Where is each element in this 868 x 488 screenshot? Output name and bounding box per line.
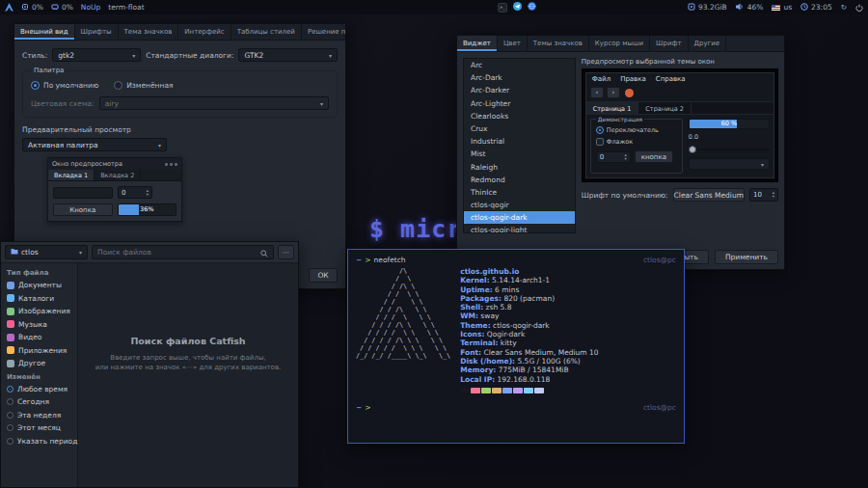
updates-indicator[interactable]: NoUp xyxy=(81,3,100,12)
tab-troubleshooting[interactable]: Решение проблем xyxy=(302,24,346,40)
demo-button[interactable]: кнопка xyxy=(635,150,673,163)
theme-preview-panel: Предпросмотр выбранной темы окон Файл Пр… xyxy=(582,58,778,233)
search-field[interactable] xyxy=(92,245,274,259)
forward-button[interactable]: › xyxy=(607,87,620,98)
theme-list-item[interactable]: Arc-Lighter xyxy=(464,97,575,110)
filter-documents[interactable]: Документы xyxy=(1,279,77,292)
tab-icon-themes[interactable]: Темы значков xyxy=(528,36,589,51)
neofetch-info: ctlos.github.io Kernel: 5.14.14-arch1-1 … xyxy=(460,267,598,393)
demo-progressbar: 60 % xyxy=(689,119,770,129)
theme-list-item[interactable]: Redmond xyxy=(464,174,575,186)
style-combo[interactable]: gtk2 ▾ xyxy=(52,48,141,62)
theme-list-item[interactable]: ThinIce xyxy=(464,186,575,199)
terminal-window[interactable]: ~>neofetch ctlos@pc /\ / \ / /\ \ / / \ … xyxy=(347,249,685,444)
menu-file[interactable]: Файл xyxy=(592,75,610,83)
spin-arrows-icon: ▴▾ xyxy=(770,191,774,199)
theme-list-item[interactable]: Raleigh xyxy=(464,161,575,174)
color-scheme-combo[interactable]: airy ▾ xyxy=(99,96,329,110)
hint-line-1: Введите запрос выше, чтобы найти файлы, xyxy=(95,353,282,363)
demo-combobox[interactable]: ▾ xyxy=(689,158,770,170)
page-tab-2[interactable]: Страница 2 xyxy=(638,102,692,114)
palette-custom-label: Изменённая xyxy=(126,81,173,90)
ok-button[interactable]: ОК xyxy=(309,268,338,283)
demo-checkbox-row[interactable]: Флажок xyxy=(596,138,677,146)
tab-other[interactable]: Другие xyxy=(689,36,727,51)
theme-list-item-selected[interactable]: ctlos-qogir-dark xyxy=(464,211,575,224)
palette-custom-radio[interactable]: Изменённая xyxy=(114,81,173,90)
modified-this-week[interactable]: Эта неделя xyxy=(1,409,77,422)
preview-spinbox[interactable]: 0 ▴▾ xyxy=(118,186,152,199)
preview-demo-window: Файл Правка Справка ‹ › Страница 1 Стран… xyxy=(585,72,774,178)
arch-logo-icon[interactable] xyxy=(5,3,14,12)
preview-button[interactable]: Кнопка xyxy=(53,203,113,216)
modified-this-month[interactable]: Этот месяц xyxy=(1,421,77,435)
tab-color[interactable]: Цвет xyxy=(498,36,528,51)
tab-appearance[interactable]: Внешний вид xyxy=(14,24,75,40)
tab-interface[interactable]: Интерфейс xyxy=(178,24,231,40)
filter-videos[interactable]: Видео xyxy=(1,331,77,344)
filter-images[interactable]: Изображения xyxy=(1,305,77,318)
other-icon xyxy=(7,360,14,367)
theme-list-item[interactable]: Arc-Darker xyxy=(464,84,575,96)
modified-custom-period[interactable]: Указать период xyxy=(1,435,77,448)
modified-today[interactable]: Сегодня xyxy=(1,395,77,409)
palette-default-radio[interactable]: По умолчанию xyxy=(31,81,98,90)
tab-stylesheets[interactable]: Таблицы стилей xyxy=(231,24,302,40)
terminal-tray-icon[interactable]: >_ xyxy=(498,3,507,13)
more-options-button[interactable]: ⋯ xyxy=(278,245,294,259)
clock-icon xyxy=(800,3,808,13)
filter-music[interactable]: Музыка xyxy=(1,318,77,332)
back-button[interactable]: ‹ xyxy=(590,87,604,98)
demo-radio-row[interactable]: Переключатель xyxy=(596,126,677,134)
standard-dialogs-combo[interactable]: GTK2 ▾ xyxy=(238,48,338,62)
location-combo[interactable]: ctlos ▾ xyxy=(5,245,88,259)
memory-indicator: 0% xyxy=(51,3,73,13)
slider-handle[interactable] xyxy=(689,146,696,153)
catfish-results-area: Поиск файлов Catfish Введите запрос выше… xyxy=(78,263,298,488)
font-select-button[interactable]: Clear Sans Medium xyxy=(673,188,745,202)
active-palette-combo[interactable]: Активная палитра ▾ xyxy=(22,138,167,151)
demo-spinbox[interactable]: 0 ▴▾ xyxy=(596,151,631,163)
preview-tab-2[interactable]: Вкладка 2 xyxy=(95,170,141,180)
apply-button[interactable]: Применить xyxy=(715,250,778,264)
preview-tab-1[interactable]: Вкладка 1 xyxy=(48,170,95,180)
tab-mouse-cursor[interactable]: Курсор мыши xyxy=(589,36,650,51)
demo-slider[interactable] xyxy=(689,145,770,154)
tab-widget[interactable]: Виджет xyxy=(457,36,498,51)
tab-fonts[interactable]: Шрифты xyxy=(75,24,119,40)
filter-folders[interactable]: Каталоги xyxy=(1,292,77,306)
menu-edit[interactable]: Правка xyxy=(620,75,646,83)
search-input[interactable] xyxy=(97,248,258,257)
theme-list-item[interactable]: Crux xyxy=(464,122,575,135)
font-size-spinbox[interactable]: 10 ▴▾ xyxy=(749,188,778,202)
prompt-symbol: > xyxy=(365,256,370,264)
disk-value: 93.2GiB xyxy=(698,3,727,12)
palette-swatch xyxy=(471,388,480,393)
tab-icon-theme[interactable]: Тема значков xyxy=(119,24,179,40)
refresh-icon[interactable]: ↻ xyxy=(841,3,847,12)
filter-other[interactable]: Другое xyxy=(1,357,77,370)
modified-anytime[interactable]: Любое время xyxy=(1,383,77,396)
theme-list-item[interactable]: Mist xyxy=(464,148,575,160)
modified-header: Изменён xyxy=(1,370,77,383)
folder-icon xyxy=(7,294,14,302)
theme-list-item[interactable]: Arc xyxy=(464,59,575,71)
radio-icon xyxy=(7,438,14,445)
theme-list-item[interactable]: Clearlooks xyxy=(464,110,575,122)
tab-font[interactable]: Шрифт xyxy=(650,36,689,51)
theme-list-item[interactable]: Arc-Dark xyxy=(464,71,575,84)
filter-applications[interactable]: Приложения xyxy=(1,344,77,358)
preview-text-input[interactable] xyxy=(53,187,113,199)
menu-help[interactable]: Справка xyxy=(656,75,686,83)
page-tab-1[interactable]: Страница 1 xyxy=(586,102,639,114)
power-icon[interactable] xyxy=(855,4,863,12)
preview-tabbar: Вкладка 1 Вкладка 2 xyxy=(48,170,181,181)
telegram-icon[interactable] xyxy=(513,2,522,13)
chevron-down-icon: ▾ xyxy=(757,161,764,168)
browser-icon[interactable] xyxy=(528,2,536,13)
theme-list-item[interactable]: ctlos-qogir-light xyxy=(464,224,575,233)
theme-list-item[interactable]: Industrial xyxy=(464,135,575,148)
stop-icon[interactable] xyxy=(625,89,634,97)
theme-list-item[interactable]: ctlos-qogir xyxy=(464,199,575,211)
keyboard-layout-indicator[interactable]: us xyxy=(772,3,792,12)
